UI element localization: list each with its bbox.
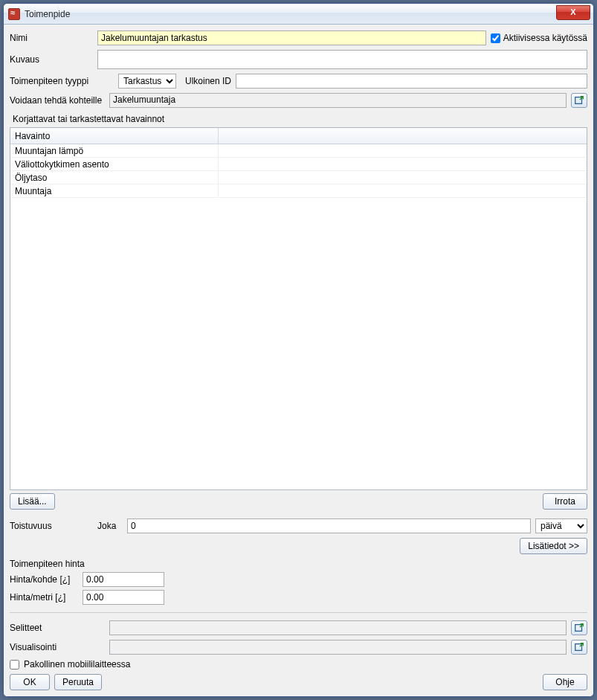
add-target-icon	[574, 642, 584, 652]
visualisointi-box	[109, 640, 567, 655]
row-hinta-kohde: Hinta/kohde [¿]	[10, 572, 587, 587]
cell-empty	[219, 171, 587, 184]
label-hinta-kohde: Hinta/kohde [¿]	[10, 574, 78, 585]
row-visualisointi: Visualisointi	[10, 640, 587, 655]
ohje-button[interactable]: Ohje	[543, 674, 587, 690]
add-selite-button[interactable]	[571, 620, 587, 635]
cell-empty	[219, 158, 587, 170]
row-selitteet: Selitteet	[10, 620, 587, 635]
label-pakollinen: Pakollinen mobiililaitteessa	[24, 659, 130, 670]
row-kohteet: Voidaan tehdä kohteille Jakelumuuntaja	[10, 93, 587, 108]
row-pakollinen: Pakollinen mobiililaitteessa	[10, 659, 587, 670]
nimi-input[interactable]	[97, 30, 486, 45]
close-button[interactable]: X	[556, 5, 590, 20]
row-toistuvuus: Toistuvuus Joka päivä	[10, 518, 587, 533]
table-row[interactable]: Väliottokytkimen asento	[10, 158, 587, 171]
tyyppi-select[interactable]: Tarkastus	[118, 74, 176, 89]
aktiivisessa-wrap: Aktiivisessa käytössä	[491, 33, 587, 43]
kohteet-box: Jakelumuuntaja	[109, 93, 567, 108]
label-selitteet: Selitteet	[10, 623, 105, 633]
row-hinta-metri: Hinta/metri [¿]	[10, 590, 587, 605]
cell-empty	[219, 184, 587, 197]
footer-buttons: OK Peruuta Ohje	[10, 674, 587, 690]
kuvaus-input[interactable]	[97, 50, 587, 69]
content-area: Nimi Aktiivisessa käytössä Kuvaus Toimen…	[4, 25, 593, 696]
hinta-kohde-input[interactable]	[83, 572, 164, 587]
label-aktiivisessa: Aktiivisessa käytössä	[503, 33, 587, 43]
table-row[interactable]: Muuntaja	[10, 184, 587, 198]
joka-unit-select[interactable]: päivä	[535, 518, 587, 533]
cell-havainto: Muuntaja	[10, 184, 219, 197]
close-icon: X	[570, 7, 575, 16]
row-lisatiedot: Lisätiedot >>	[10, 538, 587, 554]
row-tyyppi: Toimenpiteen tyyppi Tarkastus Ulkoinen I…	[10, 74, 587, 89]
peruuta-button[interactable]: Peruuta	[54, 674, 102, 690]
joka-count-input[interactable]	[127, 518, 531, 533]
add-target-icon	[574, 95, 584, 106]
label-joka: Joka	[97, 521, 123, 531]
hinta-group: Toimenpiteen hinta Hinta/kohde [¿] Hinta…	[10, 559, 587, 605]
add-target-icon	[574, 623, 584, 633]
cell-havainto: Väliottokytkimen asento	[10, 158, 219, 170]
table-row[interactable]: Muuntajan lämpö	[10, 144, 587, 158]
table-header: Havainto	[10, 128, 587, 144]
ok-button[interactable]: OK	[10, 674, 50, 690]
divider	[10, 612, 587, 613]
label-nimi: Nimi	[10, 33, 93, 43]
cell-havainto: Muuntajan lämpö	[10, 144, 219, 157]
th-havainto[interactable]: Havainto	[10, 128, 219, 144]
cell-havainto: Öljytaso	[10, 171, 219, 184]
table-body: Muuntajan lämpöVäliottokytkimen asentoÖl…	[10, 144, 587, 198]
label-tyyppi: Toimenpiteen tyyppi	[10, 76, 114, 86]
irrota-button[interactable]: Irrota	[543, 493, 587, 510]
label-visualisointi: Visualisointi	[10, 642, 105, 652]
th-col2[interactable]	[219, 128, 587, 144]
lisaa-button[interactable]: Lisää...	[10, 493, 55, 510]
window-title: Toimenpide	[25, 9, 556, 19]
label-hinta-metri: Hinta/metri [¿]	[10, 592, 78, 603]
hinta-metri-input[interactable]	[83, 590, 164, 605]
window: Toimenpide X Nimi Aktiivisessa käytössä …	[3, 3, 594, 697]
label-kohteet: Voidaan tehdä kohteille	[10, 95, 105, 106]
add-visualisointi-button[interactable]	[571, 640, 587, 655]
aktiivisessa-checkbox[interactable]	[491, 33, 500, 43]
ulkoinen-id-input[interactable]	[236, 74, 587, 89]
label-korjattavat: Korjattavat tai tarkastettavat havainnot	[13, 114, 584, 124]
label-kuvaus: Kuvaus	[10, 54, 93, 65]
app-icon	[8, 8, 20, 20]
pakollinen-checkbox[interactable]	[10, 660, 19, 670]
havainnot-group: Korjattavat tai tarkastettavat havainnot…	[10, 112, 587, 510]
cell-empty	[219, 144, 587, 157]
label-hinta: Toimenpiteen hinta	[10, 559, 85, 569]
table-row[interactable]: Öljytaso	[10, 171, 587, 184]
row-nimi: Nimi Aktiivisessa käytössä	[10, 30, 587, 45]
label-ulkoinen-id: Ulkoinen ID	[185, 76, 231, 86]
titlebar: Toimenpide X	[4, 4, 593, 25]
label-toistuvuus: Toistuvuus	[10, 521, 93, 531]
row-kuvaus: Kuvaus	[10, 50, 587, 69]
add-kohde-button[interactable]	[571, 93, 587, 108]
lisatiedot-button[interactable]: Lisätiedot >>	[520, 538, 587, 554]
selitteet-box	[109, 620, 567, 635]
table-buttons: Lisää... Irrota	[10, 493, 587, 510]
havainnot-table: Havainto Muuntajan lämpöVäliottokytkimen…	[10, 127, 587, 490]
